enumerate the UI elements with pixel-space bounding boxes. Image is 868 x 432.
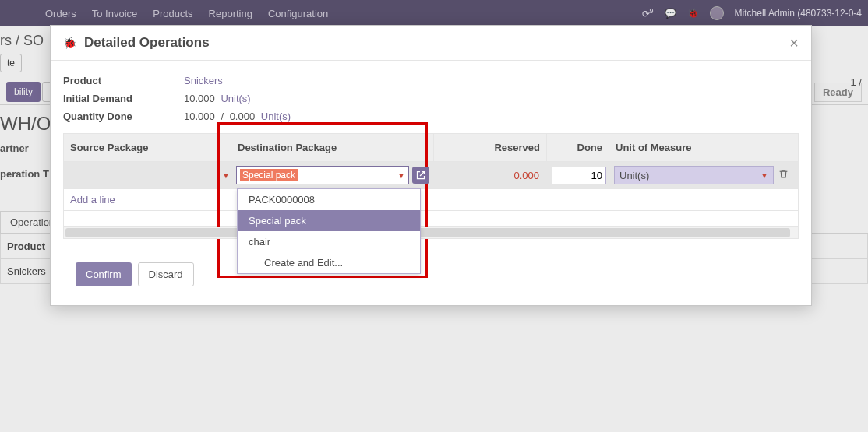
trash-icon[interactable]: [778, 169, 789, 181]
thead-reserved: Reserved: [434, 134, 547, 161]
dropdown-option[interactable]: chair: [238, 231, 420, 252]
label-product: Product: [63, 75, 184, 86]
thead-destination-package: Destination Package: [231, 134, 434, 161]
thead-source-package: Source Package: [64, 134, 231, 161]
detailed-operations-modal: 🐞 Detailed Operations × Product Snickers…: [50, 25, 812, 306]
dropdown-option[interactable]: Special pack: [238, 210, 420, 231]
chevron-down-icon[interactable]: ▼: [222, 171, 230, 180]
close-icon[interactable]: ×: [789, 35, 799, 51]
done-input[interactable]: [552, 167, 606, 184]
value-product[interactable]: Snickers: [184, 75, 223, 86]
value-quantity-done: 10.000: [184, 111, 215, 122]
uom-value: Unit(s): [619, 170, 649, 181]
thead-done: Done: [547, 134, 609, 161]
uom-select[interactable]: Unit(s) ▼: [614, 166, 774, 184]
modal-title: Detailed Operations: [84, 35, 210, 51]
dropdown-create-edit[interactable]: Create and Edit...: [238, 252, 420, 273]
external-link-icon[interactable]: [412, 167, 429, 184]
discard-button[interactable]: Discard: [138, 262, 194, 286]
value-quantity-denom: 0.000: [230, 111, 256, 122]
qty-separator: /: [221, 111, 224, 122]
destination-package-input[interactable]: Special pack ▼ PACK0000008 Special pack …: [236, 166, 409, 184]
label-initial-demand: Initial Demand: [63, 93, 184, 104]
dest-value: Special pack: [240, 169, 298, 181]
add-line-link[interactable]: Add a line: [70, 194, 115, 205]
label-quantity-done: Quantity Done: [63, 111, 184, 122]
unit-initial-demand: Unit(s): [221, 93, 250, 104]
horizontal-scrollbar[interactable]: [63, 227, 799, 239]
unit-quantity-done: Unit(s): [261, 111, 291, 122]
chevron-down-icon[interactable]: ▼: [760, 171, 768, 180]
chevron-down-icon[interactable]: ▼: [397, 171, 405, 180]
bug-icon: 🐞: [63, 37, 76, 49]
dropdown-option[interactable]: PACK0000008: [238, 189, 420, 210]
value-initial-demand: 10.000: [184, 93, 215, 104]
confirm-button[interactable]: Confirm: [76, 262, 132, 286]
reserved-value: 0.000: [434, 166, 547, 185]
source-package-input[interactable]: ▼: [64, 171, 231, 179]
ops-row: ▼ Special pack ▼ PACK0000008 Special pac…: [63, 162, 799, 189]
thead-uom: Unit of Measure: [609, 134, 798, 161]
destination-dropdown: PACK0000008 Special pack chair Create an…: [237, 188, 421, 274]
